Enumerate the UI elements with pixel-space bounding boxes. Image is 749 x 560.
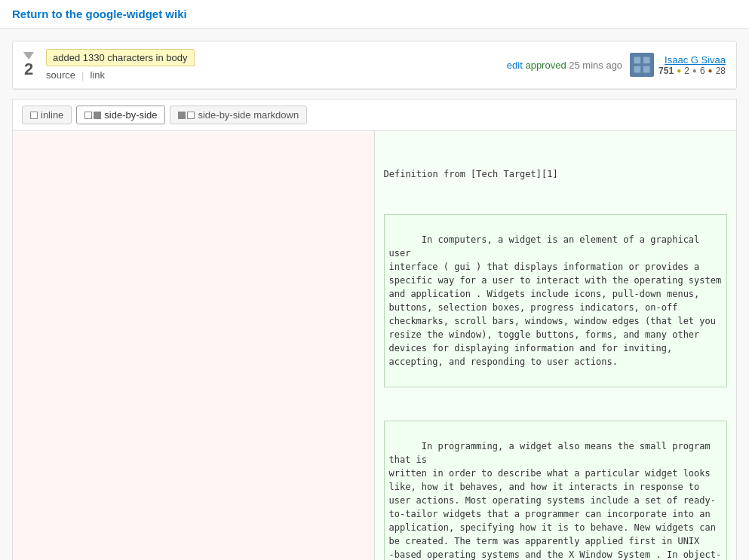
user-info-1: Isaac G Sivaa 751 ● 2 ● 6 ● 28: [658, 54, 726, 76]
rep-number-1: 751: [658, 66, 674, 76]
silver-dot-1: ●: [692, 66, 697, 75]
tab-sbs-md-label: side-by-side markdown: [198, 109, 299, 121]
tab-side-by-side-md[interactable]: side-by-side markdown: [170, 106, 307, 124]
revision-links-1: source | link: [46, 69, 195, 81]
view-tabs-bar: inline side-by-side side-by-side markdow…: [12, 99, 737, 130]
timestamp-1: 25 mins ago: [569, 60, 622, 71]
revision-1-block: 2 added 1330 characters in body source |…: [12, 41, 737, 90]
gold-dot-1: ●: [677, 66, 681, 75]
vote-control-1: 2: [23, 52, 34, 78]
revision-1-header: 2 added 1330 characters in body source |…: [13, 41, 736, 89]
diff-block-2-text: In programming, a widget also means the …: [389, 441, 722, 560]
sbsmd-sq2: [187, 112, 195, 119]
source-link-1[interactable]: source: [46, 69, 75, 81]
revision-summary-1: added 1330 characters in body: [46, 49, 195, 66]
user-name-1[interactable]: Isaac G Sivaa: [658, 54, 726, 66]
bronze-count-1: 28: [716, 66, 726, 76]
svg-rect-2: [643, 57, 650, 64]
side-by-side-icon: [84, 112, 101, 119]
divider-1: |: [81, 69, 84, 81]
svg-rect-4: [643, 66, 650, 73]
inline-icon-sq1: [30, 112, 38, 119]
vote-down-arrow-1[interactable]: [23, 52, 34, 60]
revision-1-right: edit approved 25 mins ago Isaac G Sivaa: [507, 53, 726, 77]
wiki-return-link[interactable]: Return to the google-widget wiki: [12, 8, 187, 20]
page-header: Return to the google-widget wiki: [0, 0, 749, 29]
diff-heading: Definition from [Tech Target][1]: [384, 167, 728, 181]
tab-inline[interactable]: inline: [22, 106, 72, 124]
user-card-1: Isaac G Sivaa 751 ● 2 ● 6 ● 28: [630, 53, 726, 77]
inline-icon: [30, 112, 38, 119]
sbsmd-sq1: [178, 112, 186, 119]
revision-1-left: 2 added 1330 characters in body source |…: [23, 49, 195, 81]
sbs-sq1: [84, 112, 92, 119]
silver-count-1: 6: [700, 66, 705, 76]
diff-right-panel: Definition from [Tech Target][1] In comp…: [375, 131, 737, 560]
diff-block-2: In programming, a widget also means the …: [384, 421, 728, 560]
vote-count-1: 2: [24, 61, 33, 78]
svg-rect-3: [634, 66, 641, 73]
approved-label-1: approved: [525, 60, 566, 71]
link-link-1[interactable]: link: [90, 69, 105, 81]
diff-container: Definition from [Tech Target][1] In comp…: [12, 130, 737, 560]
edit-status-1: edit approved 25 mins ago: [507, 60, 622, 71]
bronze-dot-1: ●: [708, 66, 713, 75]
diff-block-1: In computers, a widget is an element of …: [384, 214, 728, 387]
revision-1-meta: added 1330 characters in body source | l…: [46, 49, 195, 81]
user-rep-1: 751 ● 2 ● 6 ● 28: [658, 66, 726, 76]
edit-link-1[interactable]: edit: [507, 60, 523, 71]
sbs-sq2: [94, 112, 101, 119]
user-avatar-1: [630, 53, 654, 77]
gold-count-1: 2: [684, 66, 689, 76]
tab-side-by-side[interactable]: side-by-side: [76, 106, 165, 124]
diff-block-1-text: In computers, a widget is an element of …: [389, 234, 722, 367]
svg-rect-1: [634, 57, 641, 64]
tab-inline-label: inline: [41, 109, 63, 121]
tab-sbs-label: side-by-side: [104, 109, 157, 121]
sbs-md-icon: [178, 112, 195, 119]
diff-left-panel: [13, 131, 375, 560]
